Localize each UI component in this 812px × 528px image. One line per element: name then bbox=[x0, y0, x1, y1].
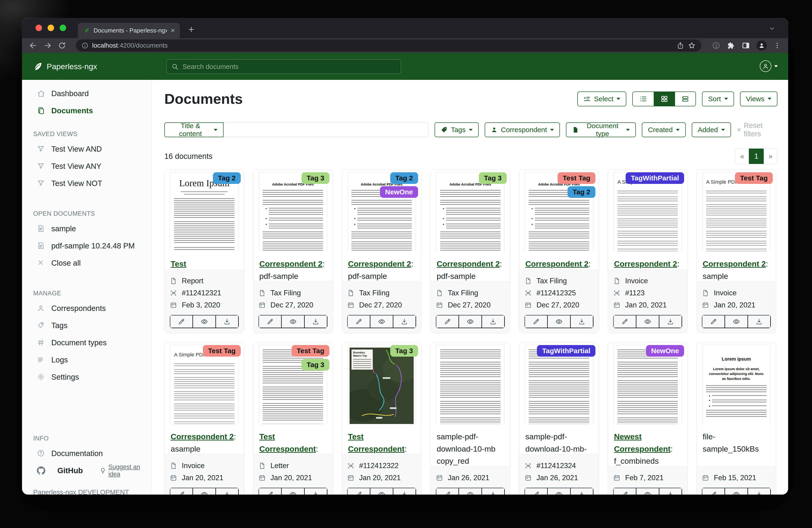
tag-badge[interactable]: Tag 3 bbox=[302, 172, 329, 184]
document-thumbnail[interactable] bbox=[431, 342, 510, 424]
side-panel-icon[interactable] bbox=[742, 41, 750, 50]
download-button[interactable] bbox=[570, 488, 593, 495]
document-card[interactable]: Adobe Acrobat PDF FilesTag 3Corresponden… bbox=[253, 169, 333, 333]
global-search[interactable] bbox=[166, 59, 401, 74]
view-button[interactable] bbox=[548, 315, 570, 328]
correspondent-link[interactable]: Test Correspondent bbox=[348, 432, 405, 453]
edit-button[interactable] bbox=[436, 488, 459, 495]
edit-button[interactable] bbox=[347, 315, 370, 328]
document-thumbnail[interactable]: Test TagTag 3 bbox=[253, 342, 333, 424]
tag-badge[interactable]: Test Tag bbox=[203, 345, 241, 357]
sidebar-item-correspondents[interactable]: Correspondents bbox=[22, 300, 151, 317]
download-button[interactable] bbox=[659, 315, 682, 328]
pagination-prev-button[interactable]: « bbox=[735, 148, 749, 164]
download-button[interactable] bbox=[748, 315, 771, 328]
edit-button[interactable] bbox=[525, 488, 548, 495]
tag-badge[interactable]: TagWithPartial bbox=[537, 345, 595, 357]
tag-badge[interactable]: Tag 3 bbox=[302, 359, 329, 371]
sidebar-item-tags[interactable]: Tags bbox=[22, 317, 151, 334]
site-info-icon[interactable] bbox=[82, 42, 88, 49]
correspondent-link[interactable]: Newest Correspondent bbox=[614, 432, 671, 453]
correspondent-link[interactable]: Correspondent 2 bbox=[525, 259, 589, 268]
download-button[interactable] bbox=[216, 315, 238, 328]
tag-badge[interactable]: Tag 2 bbox=[568, 186, 595, 198]
document-card[interactable]: Lorem IpsumTag 2Test Correspondent: A Sa… bbox=[164, 169, 244, 333]
edit-button[interactable] bbox=[702, 315, 725, 328]
document-thumbnail[interactable]: A Simple PDF FileTest Tag bbox=[164, 342, 244, 424]
edit-button[interactable] bbox=[347, 488, 370, 495]
tag-badge[interactable]: TagWithPartial bbox=[626, 172, 684, 184]
document-thumbnail[interactable]: Adobe Acrobat PDF FilesTag 3 bbox=[431, 170, 510, 251]
tab-close-icon[interactable]: × bbox=[171, 27, 175, 34]
correspondent-link[interactable]: Correspondent 2 bbox=[703, 259, 766, 268]
added-filter-button[interactable]: Added bbox=[692, 123, 731, 137]
sidebar-item-test-view-and[interactable]: Test View AND bbox=[22, 141, 151, 158]
sidebar-item-open-sample[interactable]: sample bbox=[22, 220, 151, 237]
created-filter-button[interactable]: Created bbox=[642, 123, 686, 137]
sidebar-item-test-view-not[interactable]: Test View NOT bbox=[22, 175, 151, 192]
download-button[interactable] bbox=[216, 488, 238, 495]
browser-menu-kebab-icon[interactable] bbox=[773, 42, 781, 49]
edit-button[interactable] bbox=[259, 488, 281, 495]
tag-badge[interactable]: Tag 3 bbox=[390, 345, 418, 357]
tag-badge[interactable]: Test Tag bbox=[735, 172, 773, 184]
suggest-idea-link[interactable]: Suggest an idea bbox=[100, 463, 151, 478]
correspondent-link[interactable]: Test Correspondent bbox=[259, 432, 316, 453]
document-thumbnail[interactable]: Lorem ipsumLorem ipsum dolor sit amet, c… bbox=[697, 342, 776, 424]
document-card[interactable]: A Simple PDF FileTagWithPartialCorrespon… bbox=[608, 169, 687, 333]
sidebar-item-close-all[interactable]: Close all bbox=[22, 255, 151, 272]
sidebar-item-dashboard[interactable]: Dashboard bbox=[22, 85, 151, 102]
filter-text-input[interactable] bbox=[223, 123, 429, 137]
app-brand[interactable]: Paperless-ngx bbox=[32, 61, 97, 72]
edit-button[interactable] bbox=[170, 488, 193, 495]
correspondent-link[interactable]: Correspondent 2 bbox=[171, 432, 234, 441]
correspondent-link[interactable]: Correspondent 2 bbox=[437, 259, 500, 268]
sidebar-item-documentation[interactable]: Documentation bbox=[22, 445, 151, 462]
pagination-page-1[interactable]: 1 bbox=[749, 148, 764, 164]
view-detail-button[interactable] bbox=[675, 92, 695, 106]
new-tab-icon[interactable] bbox=[187, 26, 195, 33]
edit-button[interactable] bbox=[613, 315, 636, 328]
edit-button[interactable] bbox=[436, 315, 459, 328]
view-grid-button[interactable] bbox=[654, 92, 675, 106]
edit-button[interactable] bbox=[613, 488, 636, 495]
tag-badge[interactable]: Test Tag bbox=[292, 345, 329, 357]
tag-badge[interactable]: NewOne bbox=[646, 345, 684, 357]
download-button[interactable] bbox=[305, 488, 327, 495]
edit-button[interactable] bbox=[525, 315, 548, 328]
download-button[interactable] bbox=[393, 488, 416, 495]
download-button[interactable] bbox=[482, 488, 505, 495]
sidebar-item-logs[interactable]: Logs bbox=[22, 351, 151, 369]
sidebar-item-document-types[interactable]: Document types bbox=[22, 334, 151, 351]
browser-tab[interactable]: Documents - Paperless-ngx × bbox=[78, 23, 180, 38]
document-thumbnail[interactable]: NewOne bbox=[608, 342, 687, 424]
document-card[interactable]: A Simple PDF FileTest TagCorrespondent 2… bbox=[696, 169, 776, 333]
search-input[interactable] bbox=[183, 63, 396, 71]
edit-button[interactable] bbox=[702, 488, 725, 495]
document-card[interactable]: Lorem ipsumLorem ipsum dolor sit amet, c… bbox=[696, 342, 776, 495]
document-card[interactable]: A Simple PDF FileTest TagCorrespondent 2… bbox=[164, 342, 244, 495]
view-button[interactable] bbox=[193, 488, 216, 495]
tag-badge[interactable]: Tag 2 bbox=[213, 172, 241, 184]
url-bar[interactable]: localhost:4200/documents bbox=[76, 40, 701, 52]
document-card[interactable]: TagWithPartialsample-pdf-download-10-mb-… bbox=[519, 342, 599, 495]
pagination-next-button[interactable]: » bbox=[764, 148, 777, 164]
share-icon[interactable] bbox=[677, 42, 684, 49]
download-button[interactable] bbox=[393, 315, 416, 328]
view-button[interactable] bbox=[281, 315, 304, 328]
user-menu[interactable] bbox=[760, 60, 778, 72]
tags-filter-button[interactable]: Tags bbox=[435, 123, 478, 137]
back-icon[interactable] bbox=[29, 41, 38, 50]
forward-icon[interactable] bbox=[43, 41, 52, 50]
filter-field-button[interactable]: Title & content bbox=[164, 123, 223, 137]
sidebar-item-test-view-any[interactable]: Test View ANY bbox=[22, 158, 151, 175]
browser-profile-avatar[interactable] bbox=[756, 40, 767, 51]
select-button[interactable]: Select bbox=[577, 91, 626, 106]
view-button[interactable] bbox=[370, 488, 393, 495]
download-button[interactable] bbox=[482, 315, 505, 328]
bookmark-star-icon[interactable] bbox=[688, 42, 696, 49]
view-button[interactable] bbox=[725, 315, 748, 328]
extension-badge-icon[interactable] bbox=[712, 41, 720, 50]
document-thumbnail[interactable]: TagWithPartial bbox=[519, 342, 599, 424]
views-button[interactable]: Views bbox=[740, 91, 778, 106]
